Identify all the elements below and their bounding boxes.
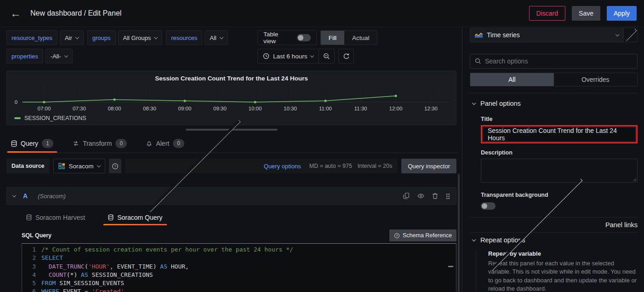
collapse-chevron-icon[interactable]: [12, 193, 16, 197]
chart-legend[interactable]: SESSION_CREATIONS: [14, 115, 86, 121]
variable-label: resource_types: [6, 30, 57, 45]
search-placeholder: Search options: [485, 57, 528, 65]
description-textarea[interactable]: [481, 159, 638, 183]
variable-value-dropdown[interactable]: -All-: [46, 49, 73, 63]
drag-handle-icon[interactable]: [446, 193, 450, 199]
actual-option[interactable]: Actual: [344, 31, 377, 45]
visualization-select[interactable]: Time series: [470, 28, 624, 42]
query-ref-id: A: [23, 192, 28, 200]
zoom-out-button[interactable]: [319, 49, 334, 63]
save-button[interactable]: Save: [572, 6, 600, 21]
transform-count-badge: 0: [115, 139, 127, 148]
zoom-out-icon: [323, 53, 330, 60]
svg-text:11:30: 11:30: [354, 106, 367, 111]
bell-icon: [146, 140, 152, 147]
toggle-viz-picker-button[interactable]: [624, 28, 638, 42]
fill-option[interactable]: Fill: [321, 31, 344, 45]
datasource-label: Data source: [6, 159, 50, 173]
trash-icon[interactable]: [432, 193, 438, 199]
title-field-label: Title: [481, 116, 638, 122]
chevron-right-icon: [624, 29, 637, 41]
variable-value-dropdown[interactable]: All: [205, 30, 228, 45]
eye-icon[interactable]: [417, 193, 424, 199]
svg-text:12:30: 12:30: [424, 106, 438, 111]
table-view-toggle[interactable]: [297, 34, 311, 41]
variable-resources: resources All: [166, 30, 228, 45]
tab-transform[interactable]: Transform 0: [69, 134, 131, 153]
database-icon: [11, 140, 17, 147]
svg-text:08:30: 08:30: [143, 106, 156, 111]
repeat-help-text: Repeat this panel for each value in the …: [488, 259, 638, 292]
refresh-button[interactable]: [338, 49, 354, 63]
query-inspector-button[interactable]: Query inspector: [401, 159, 456, 173]
query-type-tabs: Soracom Harvest Soracom Query: [22, 210, 456, 225]
query-options-strip: Query options MD = auto = 975 Interval =…: [125, 159, 398, 173]
options-filter-tabs: All Overrides: [470, 73, 638, 86]
submenu: resource_types Air groups All Groups res…: [6, 30, 456, 63]
chevron-down-icon: [472, 101, 476, 104]
soracom-logo: [58, 163, 65, 170]
panel-options-body: Title Session Creation Count Trend for t…: [481, 116, 638, 210]
transform-icon: [73, 140, 79, 147]
variable-value-dropdown[interactable]: Air: [60, 30, 84, 45]
panel-links-section[interactable]: Panel links: [470, 218, 638, 232]
svg-text:12:00: 12:00: [389, 106, 403, 111]
tab-soracom-query[interactable]: Soracom Query: [103, 210, 167, 225]
discard-button[interactable]: Discard: [529, 6, 565, 21]
panel-title: Session Creation Count Trend for the Las…: [7, 75, 456, 82]
repeat-options-body: Repeat by variable Repeat this panel for…: [476, 250, 638, 292]
panel-preview: Session Creation Count Trend for the Las…: [6, 71, 456, 125]
query-row-header[interactable]: A (Soracom): [6, 187, 456, 205]
tab-query[interactable]: Query 1: [7, 134, 57, 153]
description-field-label: Description: [481, 149, 638, 156]
template-variables: resource_types Air groups All Groups res…: [6, 30, 257, 63]
schema-reference-button[interactable]: ? Schema Reference: [389, 229, 456, 241]
clock-icon: [263, 53, 269, 59]
chart-plot[interactable]: 07:0007:3008:0008:3009:0009:3010:0010:30…: [7, 82, 456, 114]
editor-tabs: Query 1 Transform 0 Alert 0: [6, 134, 456, 153]
header-bar: ← New dashboard / Edit Panel Discard Sav…: [0, 0, 644, 27]
filter-overrides[interactable]: Overrides: [554, 73, 638, 86]
svg-text:?: ?: [114, 164, 116, 168]
chevron-down-icon: [220, 35, 223, 39]
datasource-select[interactable]: Soracom: [53, 159, 105, 173]
transparent-background-toggle[interactable]: [481, 202, 496, 210]
time-range-button[interactable]: Last 6 hours: [258, 49, 319, 63]
duplicate-icon[interactable]: [403, 193, 410, 199]
breadcrumb: New dashboard / Edit Panel: [30, 9, 121, 17]
svg-text:10:30: 10:30: [284, 106, 297, 111]
tab-alert[interactable]: Alert 0: [142, 134, 188, 153]
variable-label: groups: [87, 30, 116, 45]
table-view-control: Table view: [257, 30, 317, 45]
series-name: SESSION_CREATIONS: [24, 115, 86, 121]
svg-text:07:30: 07:30: [73, 106, 86, 111]
chevron-down-icon: [64, 53, 68, 57]
fill-actual-switch: Fill Actual: [320, 30, 377, 45]
series-color-mark: [14, 117, 21, 119]
variable-resource-types: resource_types Air: [6, 30, 84, 45]
grafana-edit-panel: ← New dashboard / Edit Panel Discard Sav…: [0, 0, 644, 292]
panel-options-section[interactable]: Panel options: [470, 96, 638, 111]
code-lines[interactable]: /* Count of session creation events per …: [41, 246, 456, 292]
back-arrow-icon[interactable]: ←: [7, 8, 24, 19]
query-options-link[interactable]: Query options: [264, 163, 301, 170]
tab-soracom-harvest[interactable]: Soracom Harvest: [22, 210, 90, 225]
interval: Interval = 20s: [358, 163, 392, 169]
resize-corner-icon[interactable]: [632, 177, 636, 181]
vertical-scrollbar[interactable]: [458, 174, 460, 292]
repeat-options-section[interactable]: Repeat options: [470, 233, 638, 247]
variable-value-dropdown[interactable]: All Groups: [118, 30, 163, 45]
sql-code-editor[interactable]: 123456 /* Count of session creation even…: [22, 243, 456, 292]
filter-all[interactable]: All: [470, 73, 554, 86]
search-options-input[interactable]: Search options: [470, 54, 638, 69]
variable-label: resources: [166, 30, 202, 45]
title-input[interactable]: Session Creation Count Trend for the Las…: [483, 127, 636, 142]
search-icon: [475, 58, 481, 64]
apply-button[interactable]: Apply: [607, 6, 637, 21]
svg-text:07:00: 07:00: [38, 106, 51, 111]
variable-label: properties: [6, 49, 43, 63]
chevron-down-icon: [472, 237, 476, 241]
svg-text:10:00: 10:00: [249, 106, 262, 111]
chevron-down-icon: [616, 32, 619, 36]
datasource-help-button[interactable]: ?: [109, 159, 121, 173]
